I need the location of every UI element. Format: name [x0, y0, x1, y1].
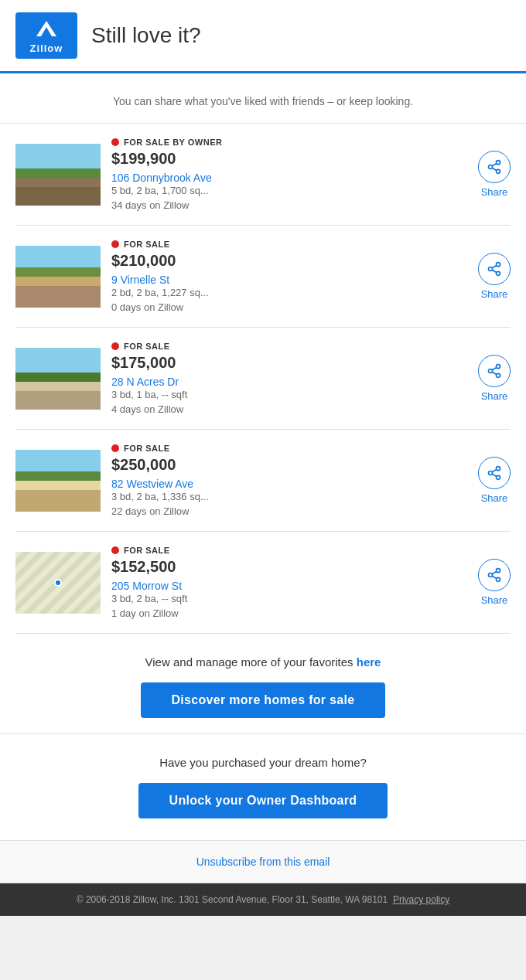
list-item: FOR SALE $250,000 82 Westview Ave 3 bd, … [15, 430, 511, 532]
svg-line-8 [492, 270, 497, 272]
favorites-link[interactable]: here [357, 655, 381, 669]
owner-section: Have you purchased your dream home? Unlo… [0, 734, 526, 841]
list-item: FOR SALE $210,000 9 Virnelle St 2 bd, 2 … [15, 226, 511, 328]
svg-point-0 [497, 161, 500, 165]
tag-text: FOR SALE [124, 546, 170, 555]
listing-days: 22 days on Zillow [111, 505, 467, 517]
subtitle-section: You can share what you've liked with fri… [0, 73, 526, 124]
listing-info: FOR SALE $152,500 205 Morrow St 3 bd, 2 … [111, 546, 467, 619]
svg-point-20 [497, 569, 500, 573]
map-dot [54, 579, 62, 587]
listing-info: FOR SALE BY OWNER $199,900 106 Donnybroo… [111, 138, 467, 211]
share-label: Share [481, 288, 508, 300]
list-item: FOR SALE BY OWNER $199,900 106 Donnybroo… [15, 124, 511, 226]
listing-days: 4 days on Zillow [111, 403, 467, 415]
tag-text: FOR SALE [124, 444, 170, 453]
svg-point-21 [489, 573, 493, 577]
listing-image [15, 246, 101, 308]
share-label: Share [481, 594, 508, 606]
discover-homes-button[interactable]: Discover more homes for sale [141, 682, 386, 718]
listing-price: $175,000 [111, 354, 467, 372]
svg-line-9 [492, 265, 497, 267]
list-item: FOR SALE $152,500 205 Morrow St 3 bd, 2 … [15, 532, 511, 634]
listing-address[interactable]: 82 Westview Ave [111, 478, 193, 490]
listing-tag: FOR SALE [111, 240, 467, 249]
listing-tag: FOR SALE [111, 342, 467, 351]
owner-question-text: Have you purchased your dream home? [15, 756, 511, 769]
status-dot [111, 342, 119, 350]
share-label: Share [481, 390, 508, 402]
listing-tag: FOR SALE [111, 546, 467, 555]
listing-details: 3 bd, 1 ba, -- sqft [111, 389, 467, 400]
listing-address[interactable]: 9 Virnelle St [111, 274, 169, 286]
listing-list: FOR SALE BY OWNER $199,900 106 Donnybroo… [0, 124, 526, 634]
svg-point-10 [497, 365, 500, 369]
footer-text: © 2006-2018 Zillow, Inc. 1301 Second Ave… [15, 894, 511, 905]
svg-line-14 [492, 367, 497, 369]
unsubscribe-section: Unsubscribe from this email [0, 841, 526, 883]
svg-line-23 [492, 576, 497, 578]
share-button[interactable]: Share [478, 355, 511, 402]
svg-point-6 [489, 267, 493, 271]
favorites-static-text: View and manage more of your favorites [145, 655, 357, 669]
share-icon [478, 355, 511, 387]
tag-text: FOR SALE BY OWNER [124, 138, 222, 147]
listing-address[interactable]: 28 N Acres Dr [111, 376, 179, 388]
share-button[interactable]: Share [478, 457, 511, 504]
listing-price: $250,000 [111, 456, 467, 474]
svg-point-5 [497, 263, 500, 267]
listing-days: 34 days on Zillow [111, 199, 467, 211]
svg-line-13 [492, 372, 497, 374]
listing-tag: FOR SALE BY OWNER [111, 138, 467, 147]
share-icon [478, 559, 511, 591]
status-dot [111, 546, 119, 554]
status-dot [111, 240, 119, 248]
tag-text: FOR SALE [124, 342, 170, 351]
listing-image [15, 144, 101, 206]
zillow-logo: Zillow [15, 12, 77, 59]
tag-text: FOR SALE [124, 240, 170, 249]
listing-details: 5 bd, 2 ba, 1,700 sq... [111, 185, 467, 196]
share-button[interactable]: Share [478, 559, 511, 606]
privacy-policy-link[interactable]: Privacy policy [393, 894, 449, 905]
share-icon [478, 457, 511, 489]
listing-address[interactable]: 106 Donnybrook Ave [111, 172, 212, 184]
svg-line-4 [492, 163, 497, 165]
svg-point-11 [489, 369, 493, 373]
zillow-z-icon [35, 18, 58, 43]
footer-address: © 2006-2018 Zillow, Inc. 1301 Second Ave… [77, 894, 388, 905]
listing-info: FOR SALE $250,000 82 Westview Ave 3 bd, … [111, 444, 467, 517]
svg-point-2 [497, 169, 500, 173]
unlock-dashboard-button[interactable]: Unlock your Owner Dashboard [138, 783, 388, 818]
svg-line-18 [492, 474, 497, 476]
listing-info: FOR SALE $175,000 28 N Acres Dr 3 bd, 1 … [111, 342, 467, 415]
map-placeholder [15, 552, 101, 614]
listing-image [15, 450, 101, 512]
share-label: Share [481, 492, 508, 504]
share-button[interactable]: Share [478, 253, 511, 300]
listing-address[interactable]: 205 Morrow St [111, 580, 182, 592]
svg-line-19 [492, 469, 497, 471]
svg-line-3 [492, 168, 497, 170]
share-icon [478, 151, 511, 183]
listing-price: $152,500 [111, 558, 467, 576]
listing-tag: FOR SALE [111, 444, 467, 453]
subtitle-text: You can share what you've liked with fri… [15, 95, 511, 107]
listing-days: 0 days on Zillow [111, 301, 467, 313]
svg-point-16 [489, 471, 493, 475]
page-title: Still love it? [91, 23, 201, 48]
footer: © 2006-2018 Zillow, Inc. 1301 Second Ave… [0, 883, 526, 916]
svg-point-17 [497, 475, 500, 479]
unsubscribe-link[interactable]: Unsubscribe from this email [196, 856, 330, 868]
status-dot [111, 138, 119, 146]
list-item: FOR SALE $175,000 28 N Acres Dr 3 bd, 1 … [15, 328, 511, 430]
status-dot [111, 444, 119, 452]
listing-details: 3 bd, 2 ba, -- sqft [111, 593, 467, 604]
share-button[interactable]: Share [478, 151, 511, 198]
svg-line-24 [492, 571, 497, 573]
listing-details: 2 bd, 2 ba, 1,227 sq... [111, 287, 467, 298]
email-wrapper: Zillow Still love it? You can share what… [0, 0, 526, 916]
listing-image [15, 348, 101, 410]
svg-point-1 [489, 165, 493, 169]
header: Zillow Still love it? [0, 0, 526, 73]
